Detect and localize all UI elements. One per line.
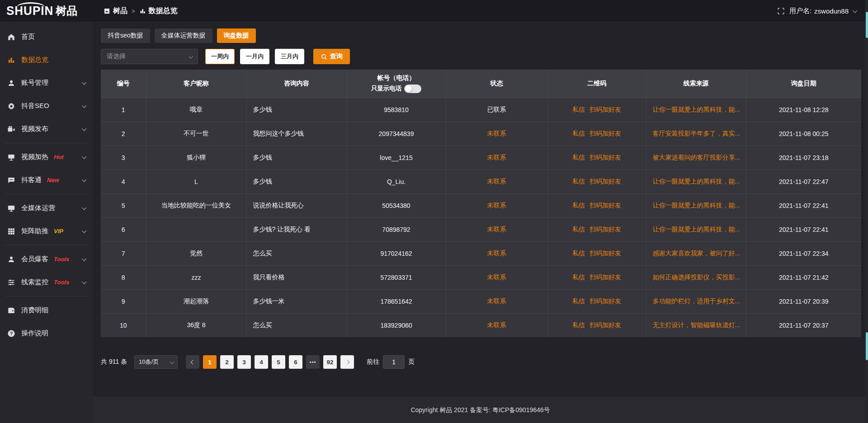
chevron-down-icon[interactable] [853,8,857,13]
page-size-select[interactable]: 10条/页 [134,355,178,369]
tab[interactable]: 询盘数据 [217,28,256,43]
tab[interactable]: 抖音seo数据 [101,28,150,43]
qr-scan-add-link[interactable]: 扫码加好友 [590,297,621,305]
page-number-button[interactable]: 3 [237,355,251,369]
sidebar-badge: Tools [54,256,69,263]
range-button[interactable]: 一月内 [240,49,269,64]
phone-only-toggle[interactable] [404,85,421,93]
sidebar-item[interactable]: 全媒体运营 [0,197,93,220]
sidebar-item[interactable]: ? 操作说明 [0,322,93,345]
goto-page-input[interactable] [383,355,405,369]
sidebar-item[interactable]: 账号管理 [0,71,93,94]
qr-scan-add-link[interactable]: 扫码加好友 [590,273,621,281]
qr-scan-add-link[interactable]: 扫码加好友 [590,202,621,209]
page-number-button[interactable]: 1 [203,355,217,369]
qr-private-msg-link[interactable]: 私信 [572,226,585,233]
cell-source[interactable]: 无主灯设计，智能磁吸轨道灯... [646,313,746,337]
qr-scan-add-link[interactable]: 扫码加好友 [590,154,621,161]
qr-scan-add-link[interactable]: 扫码加好友 [590,249,621,257]
screen-icon [7,204,15,212]
logo-text-cn: 树品 [56,4,77,18]
qr-scan-add-link[interactable]: 扫码加好友 [590,106,621,113]
qr-private-msg-link[interactable]: 私信 [572,130,585,137]
cell-nickname [146,217,246,241]
qr-scan-add-link[interactable]: 扫码加好友 [590,321,621,329]
sidebar-item[interactable]: 消费明细 [0,299,93,322]
scrollbar-thumb[interactable] [866,332,868,360]
next-page-button[interactable] [340,355,354,369]
page-buttons: 123456•••92 [184,355,356,369]
cell-account: 70898792 [347,217,446,241]
qr-private-msg-link[interactable]: 私信 [572,106,585,113]
cell-id: 9 [101,289,146,313]
cell-source[interactable]: 让你一眼就爱上的黑科技，能... [646,98,746,122]
cell-nickname: 觉然 [146,241,246,265]
cell-source[interactable]: 让你一眼就爱上的黑科技，能... [646,217,746,241]
page-number-button[interactable]: 92 [323,355,337,369]
qr-private-msg-link[interactable]: 私信 [572,249,585,257]
cell-source[interactable]: 感谢大家喜欢我家，被问了好... [646,241,746,265]
user-icon [7,79,15,87]
cell-account: love__1215 [347,146,446,169]
page-number-button[interactable]: 4 [255,355,268,369]
qr-scan-add-link[interactable]: 扫码加好友 [590,130,621,137]
username[interactable]: zswodun88 [814,7,849,15]
home-icon [7,33,15,41]
qr-scan-add-link[interactable]: 扫码加好友 [590,178,621,185]
cell-source[interactable]: 如何正确选择投影仪，买投影... [646,265,746,289]
sidebar-item[interactable]: 抖客通New [0,169,93,192]
cell-qrcode: 私信 扫码加好友 [547,169,646,193]
range-button[interactable]: 三月内 [275,49,304,64]
scrollbar[interactable] [865,0,868,423]
cell-source[interactable]: 让你一眼就爱上的黑科技，能... [646,169,746,193]
chevron-left-icon [190,360,195,364]
cell-source[interactable]: 被大家追着问的客厅投影分享... [646,146,746,169]
chevron-down-icon [82,257,86,261]
cell-source[interactable]: 客厅安装投影半年多了，真实... [646,122,746,146]
qr-private-msg-link[interactable]: 私信 [572,297,585,305]
cell-account: 2097344839 [347,122,446,146]
sidebar-item[interactable]: 首页 [0,25,93,48]
sidebar-item[interactable]: 数据总览 [0,48,93,71]
qr-private-msg-link[interactable]: 私信 [572,321,585,329]
breadcrumb-root[interactable]: 树品 [113,6,127,16]
sidebar-item-label: 视频发布 [21,125,48,133]
chevron-down-icon [82,80,86,85]
tab[interactable]: 全媒体运营数据 [155,28,212,43]
sidebar: 首页 数据总览 账号管理 抖音SEO 视频发布 视频加热Hot 抖客通New 全… [0,22,93,423]
cell-source[interactable]: 多功能护栏灯，适用于乡村文... [646,289,746,313]
sidebar-item[interactable]: 视频发布 [0,118,93,141]
page-number-button[interactable]: 6 [289,355,302,369]
page-ellipsis-button[interactable]: ••• [306,355,320,369]
col-id: 编号 [101,70,146,98]
app-mini-icon [104,8,110,14]
qr-private-msg-link[interactable]: 私信 [572,154,585,161]
page-number-button[interactable]: 5 [272,355,285,369]
sidebar-item[interactable]: 矩阵助推VIP [0,220,93,243]
goto-label: 前往 [367,358,379,366]
chevron-down-icon [82,178,86,182]
chevron-down-icon [82,103,86,108]
page-number-button[interactable]: 2 [220,355,234,369]
filter-select[interactable]: 请选择 [101,49,198,64]
sidebar-item[interactable]: 会员爆客Tools [0,248,93,271]
qr-private-msg-link[interactable]: 私信 [572,202,585,209]
qr-private-msg-link[interactable]: 私信 [572,178,585,185]
logo-text-en: SHUPIN [6,4,53,19]
sidebar-item-label: 视频加热 [21,153,48,161]
cell-status: 未联系 [446,289,547,313]
qr-private-msg-link[interactable]: 私信 [572,273,585,281]
qr-scan-add-link[interactable]: 扫码加好友 [590,226,621,233]
cell-source[interactable]: 让你一眼就爱上的黑科技，能... [646,193,746,217]
table-row: 1 哦章 多少钱 9583810 已联系 私信 扫码加好友 让你一眼就爱上的黑科… [101,98,861,122]
cell-id: 10 [101,313,146,337]
page-unit-label: 页 [408,358,415,366]
fullscreen-icon[interactable] [777,7,785,15]
range-button[interactable]: 一周内 [205,49,235,64]
query-button[interactable]: 查询 [313,49,350,64]
sidebar-item[interactable]: 线索监控Tools [0,271,93,294]
sidebar-item[interactable]: 抖音SEO [0,94,93,118]
prev-page-button[interactable] [186,355,199,369]
scrollbar-thumb[interactable] [866,12,868,38]
sidebar-item[interactable]: 视频加热Hot [0,146,93,169]
